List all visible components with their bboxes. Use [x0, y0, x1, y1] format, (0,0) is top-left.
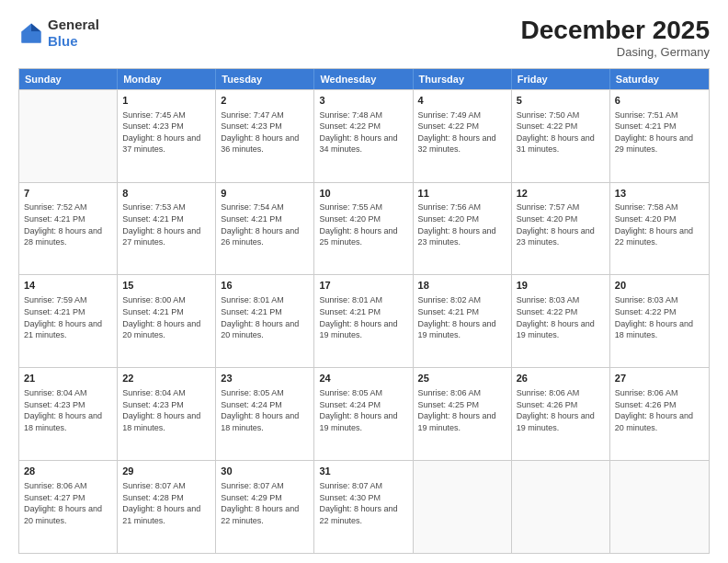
cell-info: Sunrise: 8:03 AMSunset: 4:22 PMDaylight:…: [615, 294, 704, 340]
cell-info: Sunrise: 8:07 AMSunset: 4:30 PMDaylight:…: [319, 480, 407, 526]
day-number: 30: [221, 465, 309, 478]
day-number: 31: [319, 465, 407, 478]
day-number: 14: [24, 279, 112, 293]
cell-info: Sunrise: 8:01 AMSunset: 4:21 PMDaylight:…: [319, 294, 407, 340]
cal-cell-0-0: [19, 90, 118, 182]
header-monday: Monday: [118, 69, 216, 89]
cell-info: Sunrise: 7:47 AMSunset: 4:23 PMDaylight:…: [221, 109, 309, 155]
cal-cell-3-1: 22Sunrise: 8:04 AMSunset: 4:23 PMDayligh…: [118, 368, 216, 460]
day-number: 26: [517, 372, 605, 385]
cal-cell-1-6: 13Sunrise: 7:58 AMSunset: 4:20 PMDayligh…: [610, 183, 709, 275]
cell-info: Sunrise: 7:57 AMSunset: 4:20 PMDaylight:…: [517, 201, 605, 247]
cell-info: Sunrise: 8:03 AMSunset: 4:22 PMDaylight:…: [517, 294, 605, 340]
header-sunday: Sunday: [19, 69, 118, 89]
day-number: 5: [517, 94, 605, 108]
cell-info: Sunrise: 8:00 AMSunset: 4:21 PMDaylight:…: [122, 294, 210, 340]
cal-cell-2-2: 16Sunrise: 8:01 AMSunset: 4:21 PMDayligh…: [216, 275, 314, 367]
cell-info: Sunrise: 8:07 AMSunset: 4:28 PMDaylight:…: [122, 480, 210, 526]
day-number: 10: [319, 187, 407, 201]
cal-cell-4-2: 30Sunrise: 8:07 AMSunset: 4:29 PMDayligh…: [216, 461, 314, 553]
cal-cell-0-3: 3Sunrise: 7:48 AMSunset: 4:22 PMDaylight…: [314, 90, 413, 182]
day-number: 15: [122, 279, 210, 293]
cell-info: Sunrise: 7:54 AMSunset: 4:21 PMDaylight:…: [221, 201, 309, 247]
header-tuesday: Tuesday: [216, 69, 314, 89]
header-thursday: Thursday: [414, 69, 512, 89]
day-number: 3: [319, 94, 407, 108]
cal-cell-1-0: 7Sunrise: 7:52 AMSunset: 4:21 PMDaylight…: [19, 183, 118, 275]
cell-info: Sunrise: 7:58 AMSunset: 4:20 PMDaylight:…: [615, 201, 704, 247]
cal-cell-2-3: 17Sunrise: 8:01 AMSunset: 4:21 PMDayligh…: [314, 275, 413, 367]
cal-cell-0-6: 6Sunrise: 7:51 AMSunset: 4:21 PMDaylight…: [610, 90, 709, 182]
cal-cell-0-2: 2Sunrise: 7:47 AMSunset: 4:23 PMDaylight…: [216, 90, 314, 182]
cal-cell-0-4: 4Sunrise: 7:49 AMSunset: 4:22 PMDaylight…: [414, 90, 512, 182]
cal-cell-3-6: 27Sunrise: 8:06 AMSunset: 4:26 PMDayligh…: [610, 368, 709, 460]
cell-info: Sunrise: 7:51 AMSunset: 4:21 PMDaylight:…: [615, 109, 704, 155]
generalblue-logo-icon: [18, 20, 44, 46]
title-block: December 2025 Dasing, Germany: [521, 17, 710, 59]
calendar: Sunday Monday Tuesday Wednesday Thursday…: [18, 68, 710, 554]
week-row-1: 1Sunrise: 7:45 AMSunset: 4:23 PMDaylight…: [19, 89, 709, 182]
cal-cell-3-4: 25Sunrise: 8:06 AMSunset: 4:25 PMDayligh…: [414, 368, 512, 460]
header: General Blue December 2025 Dasing, Germa…: [18, 17, 710, 59]
cal-cell-4-0: 28Sunrise: 8:06 AMSunset: 4:27 PMDayligh…: [19, 461, 118, 553]
day-number: 21: [24, 372, 112, 385]
cal-cell-3-5: 26Sunrise: 8:06 AMSunset: 4:26 PMDayligh…: [512, 368, 610, 460]
day-number: 28: [24, 465, 112, 478]
day-number: 25: [418, 372, 506, 385]
week-row-5: 28Sunrise: 8:06 AMSunset: 4:27 PMDayligh…: [19, 460, 709, 553]
cal-cell-2-0: 14Sunrise: 7:59 AMSunset: 4:21 PMDayligh…: [19, 275, 118, 367]
location: Dasing, Germany: [521, 45, 710, 59]
day-number: 22: [122, 372, 210, 385]
svg-rect-2: [22, 31, 41, 42]
cal-cell-4-3: 31Sunrise: 8:07 AMSunset: 4:30 PMDayligh…: [314, 461, 413, 553]
cell-info: Sunrise: 8:02 AMSunset: 4:21 PMDaylight:…: [418, 294, 506, 340]
cal-cell-4-5: [512, 461, 610, 553]
cell-info: Sunrise: 8:06 AMSunset: 4:26 PMDaylight:…: [517, 387, 605, 433]
cell-info: Sunrise: 8:05 AMSunset: 4:24 PMDaylight:…: [221, 387, 309, 433]
month-title: December 2025: [521, 17, 710, 45]
day-number: 1: [122, 94, 210, 108]
cal-cell-0-5: 5Sunrise: 7:50 AMSunset: 4:22 PMDaylight…: [512, 90, 610, 182]
cal-cell-2-6: 20Sunrise: 8:03 AMSunset: 4:22 PMDayligh…: [610, 275, 709, 367]
calendar-body: 1Sunrise: 7:45 AMSunset: 4:23 PMDaylight…: [19, 89, 709, 553]
day-number: 8: [122, 187, 210, 201]
cal-cell-2-5: 19Sunrise: 8:03 AMSunset: 4:22 PMDayligh…: [512, 275, 610, 367]
cell-info: Sunrise: 7:52 AMSunset: 4:21 PMDaylight:…: [24, 201, 112, 247]
cell-info: Sunrise: 8:01 AMSunset: 4:21 PMDaylight:…: [221, 294, 309, 340]
logo-general: General: [48, 17, 99, 32]
cal-cell-1-1: 8Sunrise: 7:53 AMSunset: 4:21 PMDaylight…: [118, 183, 216, 275]
header-saturday: Saturday: [610, 69, 709, 89]
cell-info: Sunrise: 8:07 AMSunset: 4:29 PMDaylight:…: [221, 480, 309, 526]
day-number: 13: [615, 187, 704, 201]
cal-cell-1-4: 11Sunrise: 7:56 AMSunset: 4:20 PMDayligh…: [414, 183, 512, 275]
cal-cell-3-0: 21Sunrise: 8:04 AMSunset: 4:23 PMDayligh…: [19, 368, 118, 460]
day-number: 19: [517, 279, 605, 293]
day-number: 29: [122, 465, 210, 478]
cell-info: Sunrise: 7:59 AMSunset: 4:21 PMDaylight:…: [24, 294, 112, 340]
day-number: 12: [517, 187, 605, 201]
svg-marker-1: [31, 24, 41, 32]
day-number: 7: [24, 187, 112, 201]
day-number: 4: [418, 94, 506, 108]
logo: General Blue: [18, 17, 99, 50]
cell-info: Sunrise: 7:48 AMSunset: 4:22 PMDaylight:…: [319, 109, 407, 155]
day-number: 16: [221, 279, 309, 293]
day-number: 24: [319, 372, 407, 385]
cal-cell-1-3: 10Sunrise: 7:55 AMSunset: 4:20 PMDayligh…: [314, 183, 413, 275]
day-number: 27: [615, 372, 704, 385]
cal-cell-3-3: 24Sunrise: 8:05 AMSunset: 4:24 PMDayligh…: [314, 368, 413, 460]
cell-info: Sunrise: 8:06 AMSunset: 4:25 PMDaylight:…: [418, 387, 506, 433]
cell-info: Sunrise: 7:50 AMSunset: 4:22 PMDaylight:…: [517, 109, 605, 155]
day-number: 9: [221, 187, 309, 201]
header-friday: Friday: [512, 69, 610, 89]
week-row-3: 14Sunrise: 7:59 AMSunset: 4:21 PMDayligh…: [19, 274, 709, 367]
cal-cell-3-2: 23Sunrise: 8:05 AMSunset: 4:24 PMDayligh…: [216, 368, 314, 460]
day-number: 20: [615, 279, 704, 293]
cell-info: Sunrise: 7:56 AMSunset: 4:20 PMDaylight:…: [418, 201, 506, 247]
day-number: 11: [418, 187, 506, 201]
cal-cell-1-5: 12Sunrise: 7:57 AMSunset: 4:20 PMDayligh…: [512, 183, 610, 275]
cal-cell-4-1: 29Sunrise: 8:07 AMSunset: 4:28 PMDayligh…: [118, 461, 216, 553]
day-number: 2: [221, 94, 309, 108]
cell-info: Sunrise: 8:06 AMSunset: 4:27 PMDaylight:…: [24, 480, 112, 526]
logo-text: General Blue: [48, 17, 99, 50]
